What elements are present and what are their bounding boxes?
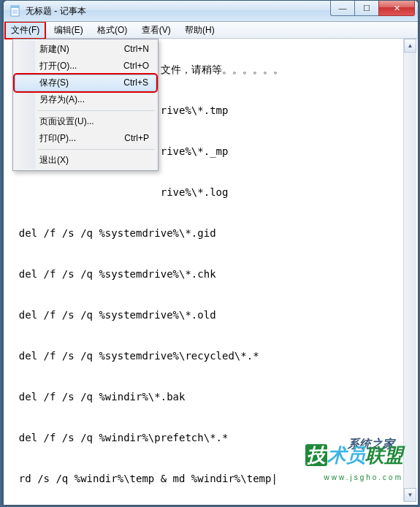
menu-item-new[interactable]: 新建(N)Ctrl+N: [15, 41, 156, 58]
svg-rect-1: [11, 6, 19, 8]
menu-item-save[interactable]: 保存(S)Ctrl+S: [15, 75, 156, 91]
menu-item-shortcut: Ctrl+O: [123, 58, 149, 75]
menu-item-label: 页面设置(U)...: [39, 116, 94, 126]
menu-item-print[interactable]: 打印(P)...Ctrl+P: [15, 130, 156, 147]
menu-format[interactable]: 格式(O): [91, 22, 133, 39]
menu-separator: [38, 149, 155, 150]
menu-separator: [38, 110, 155, 111]
menu-item-label: 打开(O)...: [39, 61, 77, 71]
titlebar[interactable]: 无标题 - 记事本 — ☐ ✕: [4, 1, 418, 22]
menu-item-shortcut: Ctrl+N: [124, 41, 149, 58]
menu-help[interactable]: 帮助(H): [179, 22, 221, 39]
menubar: 文件(F) 编辑(E) 格式(O) 查看(V) 帮助(H): [4, 22, 418, 39]
menu-item-page-setup[interactable]: 页面设置(U)...: [15, 113, 156, 130]
menu-item-save-as[interactable]: 另存为(A)...: [15, 91, 156, 108]
notepad-window: 无标题 - 记事本 — ☐ ✕ 文件(F) 编辑(E) 格式(O) 查看(V) …: [3, 0, 419, 506]
scroll-up-button[interactable]: ▲: [404, 39, 416, 53]
menu-item-label: 退出(X): [39, 155, 69, 165]
maximize-button[interactable]: ☐: [354, 1, 379, 16]
menu-item-open[interactable]: 打开(O)...Ctrl+O: [15, 58, 156, 75]
menu-view[interactable]: 查看(V): [136, 22, 177, 39]
minimize-button[interactable]: —: [330, 1, 355, 16]
menu-item-label: 保存(S): [39, 77, 69, 88]
close-button[interactable]: ✕: [378, 1, 415, 16]
notepad-icon: [9, 5, 21, 17]
menu-item-label: 另存为(A)...: [39, 94, 85, 104]
vertical-scrollbar[interactable]: ▲ ▼: [403, 39, 416, 502]
menu-item-shortcut: Ctrl+S: [123, 75, 148, 91]
scroll-down-button[interactable]: ▼: [404, 488, 416, 502]
menu-item-label: 新建(N): [39, 44, 69, 54]
window-title: 无标题 - 记事本: [26, 5, 86, 18]
menu-item-exit[interactable]: 退出(X): [15, 152, 156, 169]
file-menu-dropdown: 新建(N)Ctrl+N 打开(O)...Ctrl+O 保存(S)Ctrl+S 另…: [12, 39, 159, 171]
menu-edit[interactable]: 编辑(E): [48, 22, 89, 39]
menu-item-shortcut: Ctrl+P: [124, 130, 149, 147]
window-controls: — ☐ ✕: [331, 1, 415, 16]
menu-file[interactable]: 文件(F): [5, 22, 45, 39]
menu-item-label: 打印(P)...: [39, 133, 76, 143]
